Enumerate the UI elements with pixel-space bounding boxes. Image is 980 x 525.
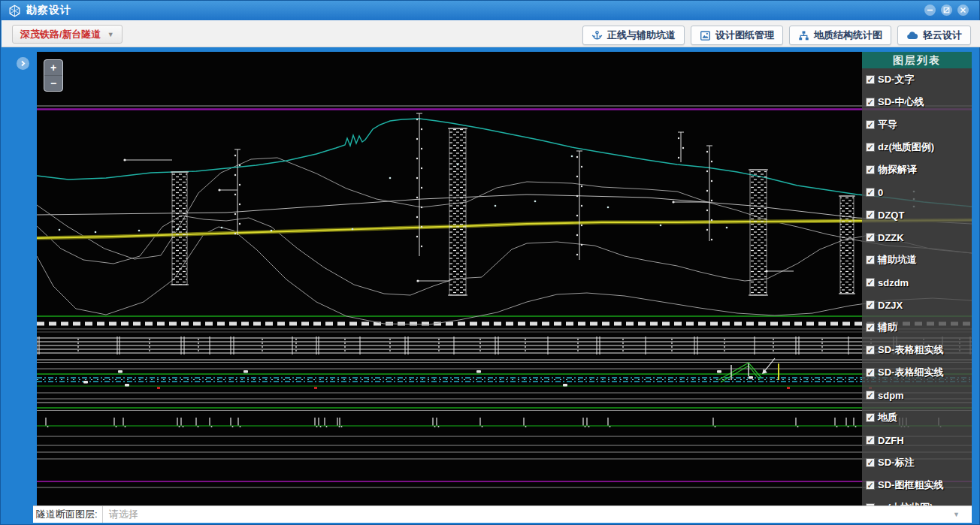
- layer-label: 平导: [878, 118, 897, 131]
- layer-item-sd-centerline[interactable]: ✓SD-中心线: [862, 91, 972, 113]
- profile-canvas[interactable]: + −: [37, 52, 972, 505]
- layer-label: dz(地质图例): [878, 140, 934, 154]
- toolbar-button-label: 正线与辅助坑道: [607, 29, 676, 42]
- maximize-icon: [943, 7, 950, 14]
- layer-label: DZQT: [878, 210, 904, 221]
- layer-label: sdpm: [878, 390, 904, 401]
- tunnel-section-layer-select[interactable]: 请选择 ▼: [102, 506, 972, 523]
- layer-label: SD-标注: [878, 456, 914, 469]
- layer-item-dzfh[interactable]: ✓DZFH: [862, 429, 972, 451]
- title-bar: 勘察设计: [1, 1, 979, 20]
- layer-label: SD-表格细实线: [878, 366, 943, 379]
- layer-checkbox[interactable]: ✓: [866, 188, 875, 197]
- layer-item-table-thick[interactable]: ✓SD-表格粗实线: [862, 339, 972, 361]
- layer-item-sd-frame-thick[interactable]: ✓SD-图框粗实线: [862, 474, 972, 496]
- close-button[interactable]: [957, 5, 969, 16]
- layer-item-0[interactable]: ✓0: [862, 181, 972, 204]
- layer-checkbox[interactable]: ✓: [866, 345, 875, 355]
- layer-item-table-thin[interactable]: ✓SD-表格细实线: [862, 361, 972, 384]
- select-placeholder: 请选择: [109, 508, 138, 521]
- project-selector-dropdown[interactable]: 深茂铁路/新台隧道 ▼: [12, 25, 122, 44]
- mainline-aux-tunnel-button[interactable]: 正线与辅助坑道: [582, 26, 685, 45]
- layer-item-sdpm[interactable]: ✓sdpm: [862, 384, 972, 406]
- layer-item-dzjx[interactable]: ✓DZJX: [862, 294, 972, 316]
- layer-label: SD-中心线: [878, 95, 924, 109]
- zoom-in-button[interactable]: +: [44, 60, 62, 76]
- page-title: 勘察设计: [26, 4, 71, 17]
- chevron-down-icon: ▼: [953, 511, 960, 518]
- layer-checkbox[interactable]: ✓: [866, 233, 875, 242]
- layer-checkbox[interactable]: ✓: [866, 210, 875, 219]
- sitemap-icon: [798, 30, 809, 41]
- layer-item-sd-annotation[interactable]: ✓SD-标注: [862, 451, 972, 474]
- layer-label: 辅助坑道: [878, 253, 917, 267]
- layer-label: SD-表格粗实线: [878, 343, 943, 357]
- light-cloud-design-button[interactable]: 轻云设计: [897, 26, 971, 45]
- layer-item-dz-legend[interactable]: ✓dz(地质图例): [862, 136, 972, 158]
- layer-item-pingdao[interactable]: ✓平导: [862, 113, 972, 136]
- toolbar-button-label: 地质结构统计图: [814, 29, 882, 42]
- layer-item-dzqt[interactable]: ✓DZQT: [862, 204, 972, 226]
- layer-label: DZJX: [878, 300, 903, 311]
- layer-checkbox[interactable]: ✓: [866, 165, 875, 174]
- layer-checkbox[interactable]: ✓: [866, 391, 875, 400]
- layer-item-small-column-chart[interactable]: ✓、(小柱状图): [862, 496, 972, 505]
- layer-checkbox[interactable]: ✓: [866, 143, 875, 152]
- panel-collapse-button[interactable]: [17, 57, 29, 70]
- geology-structure-chart-button[interactable]: 地质结构统计图: [789, 26, 891, 45]
- layer-item-sdzdm[interactable]: ✓sdzdm: [862, 271, 972, 294]
- toolbar-button-label: 设计图纸管理: [715, 29, 774, 42]
- close-icon: [960, 7, 966, 14]
- maximize-button[interactable]: [941, 5, 952, 16]
- layer-label: 0: [878, 187, 883, 198]
- layer-checkbox[interactable]: ✓: [866, 436, 875, 445]
- layer-checkbox[interactable]: ✓: [866, 458, 875, 467]
- anchor-icon: [591, 30, 603, 41]
- minimize-button[interactable]: [924, 5, 936, 16]
- layer-item-sd-text[interactable]: ✓SD-文字: [862, 68, 972, 91]
- layer-checkbox[interactable]: ✓: [866, 300, 875, 309]
- layer-checkbox[interactable]: ✓: [866, 255, 875, 264]
- drawing-file-icon: [700, 30, 711, 41]
- layer-label: DZZK: [878, 232, 904, 243]
- tunnel-section-layer-label: 隧道断面图层:: [33, 508, 102, 521]
- project-selector-label: 深茂铁路/新台隧道: [20, 28, 101, 41]
- layer-checkbox[interactable]: ✓: [866, 503, 875, 505]
- layer-label: 地质: [878, 411, 897, 424]
- layer-checkbox[interactable]: ✓: [866, 481, 875, 490]
- layer-item-auxiliary[interactable]: ✓辅助: [862, 316, 972, 339]
- layer-label: 辅助: [878, 321, 897, 334]
- layer-label: DZFH: [878, 435, 904, 446]
- layer-item-geophysics[interactable]: ✓物探解译: [862, 158, 972, 181]
- layer-panel-title: 图层列表: [862, 52, 972, 68]
- layer-checkbox[interactable]: ✓: [866, 413, 875, 422]
- layer-checkbox[interactable]: ✓: [866, 120, 875, 129]
- layer-checkbox[interactable]: ✓: [866, 278, 875, 287]
- layer-label: SD-图框粗实线: [878, 478, 943, 492]
- layer-item-aux-tunnel[interactable]: ✓辅助坑道: [862, 249, 972, 271]
- layer-label: sdzdm: [878, 277, 909, 288]
- zoom-out-button[interactable]: −: [44, 76, 62, 91]
- design-drawings-button[interactable]: 设计图纸管理: [691, 26, 783, 45]
- layer-label: 、(小柱状图): [878, 501, 933, 505]
- layer-label: SD-文字: [878, 73, 914, 86]
- minimize-icon: [927, 7, 933, 14]
- layer-label: 物探解译: [878, 163, 917, 177]
- layer-checkbox[interactable]: ✓: [866, 75, 875, 84]
- geological-profile-drawing: [37, 52, 972, 505]
- layer-item-dzzk[interactable]: ✓DZZK: [862, 226, 972, 249]
- app-window: 勘察设计 深茂铁路/新台隧道 ▼: [0, 0, 980, 525]
- layer-checkbox[interactable]: ✓: [866, 98, 875, 107]
- layer-list-panel: 图层列表 ✓SD-文字 ✓SD-中心线 ✓平导 ✓dz(地质图例) ✓物探解译 …: [862, 52, 972, 505]
- toolbar: 深茂铁路/新台隧道 ▼ 正线与辅助坑道 设计图纸管理: [2, 20, 980, 47]
- chevron-down-icon: ▼: [107, 31, 114, 38]
- bottom-bar: 隧道断面图层: 请选择 ▼: [33, 505, 972, 523]
- layer-checkbox[interactable]: ✓: [866, 323, 875, 332]
- app-logo-icon: [8, 5, 21, 17]
- layer-item-geology[interactable]: ✓地质: [862, 406, 972, 429]
- cloud-icon: [906, 30, 918, 41]
- layer-checkbox[interactable]: ✓: [866, 368, 875, 377]
- chevron-right-icon: [20, 60, 26, 67]
- toolbar-button-label: 轻云设计: [923, 29, 962, 42]
- zoom-control: + −: [44, 59, 63, 92]
